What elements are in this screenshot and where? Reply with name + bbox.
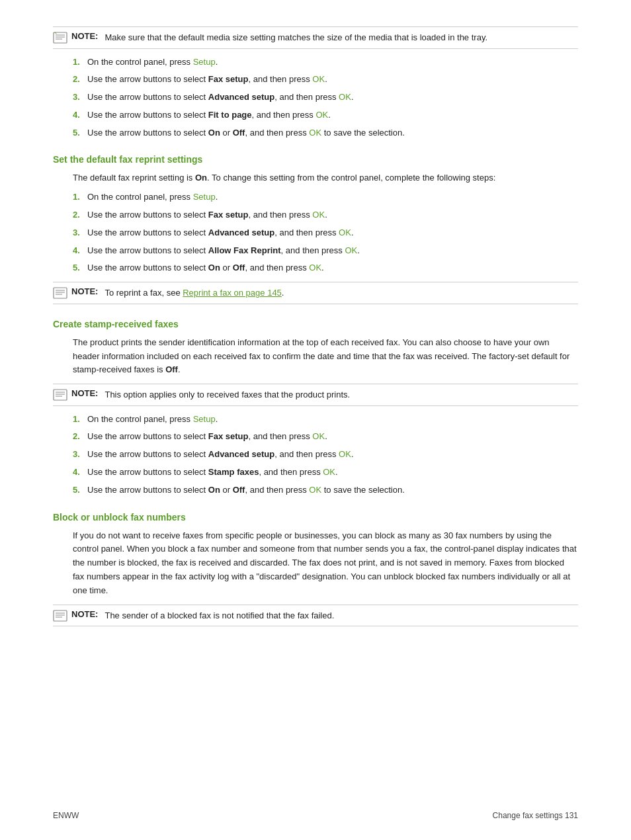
s1-step-3: 3. Use the arrow buttons to select Advan… [73,226,578,240]
page-footer: ENWW Change fax settings 131 [53,811,578,820]
step-num: 1. [73,413,87,427]
s1-step-2: 2. Use the arrow buttons to select Fax s… [73,208,578,222]
top-steps-list: 1. On the control panel, press Setup. 2.… [73,56,578,140]
step-text: Use the arrow buttons to select Fit to p… [87,108,578,122]
note-icon [53,389,67,401]
top-step-1: 1. On the control panel, press Setup. [73,56,578,69]
section1-steps: 1. On the control panel, press Setup. 2.… [73,190,578,275]
step-text: Use the arrow buttons to select Fax setu… [87,430,578,444]
s2-step-2: 2. Use the arrow buttons to select Fax s… [73,430,578,444]
s1-step-4: 4. Use the arrow buttons to select Allow… [73,244,578,258]
step-num: 5. [73,483,87,497]
step-text: On the control panel, press Setup. [87,56,578,69]
s2-step-3: 3. Use the arrow buttons to select Advan… [73,448,578,462]
step-num: 3. [73,91,87,105]
reprint-fax-link[interactable]: Reprint a fax on page 145 [183,288,282,298]
step-num: 4. [73,466,87,480]
s2-step-1: 1. On the control panel, press Setup. [73,413,578,427]
setup-keyword: Setup [193,57,216,67]
top-note-label: NOTE: [71,31,98,41]
step-num: 2. [73,208,87,222]
top-step-5: 5. Use the arrow buttons to select On or… [73,126,578,140]
section2-note-label: NOTE: [71,388,98,398]
top-step-2: 2. Use the arrow buttons to select Fax s… [73,73,578,87]
note-icon [53,610,67,622]
step-text: Use the arrow buttons to select Advanced… [87,226,578,240]
step-text: Use the arrow buttons to select Allow Fa… [87,244,578,258]
step-num: 1. [73,190,87,204]
note-icon: ✎ [53,32,67,44]
s2-step-5: 5. Use the arrow buttons to select On or… [73,483,578,497]
section1-heading: Set the default fax reprint settings [53,154,578,165]
step-num: 4. [73,108,87,122]
step-text: On the control panel, press Setup. [87,190,578,204]
step-text: Use the arrow buttons to select Advanced… [87,91,578,105]
section3-note-label: NOTE: [71,609,98,619]
step-num: 5. [73,261,87,275]
section3-note-box: NOTE: The sender of a blocked fax is not… [53,605,578,627]
step-num: 5. [73,126,87,140]
s1-step-1: 1. On the control panel, press Setup. [73,190,578,204]
section2: Create stamp-received faxes The product … [53,319,578,497]
svg-rect-5 [54,288,67,298]
section2-note-box: NOTE: This option applies only to receiv… [53,384,578,406]
section3-heading: Block or unblock fax numbers [53,512,578,523]
section3-body: If you do not want to receive faxes from… [73,529,578,598]
step-text: Use the arrow buttons to select On or Of… [87,483,578,497]
step-num: 2. [73,73,87,87]
section1-note-label: NOTE: [71,286,98,296]
footer-right: Change fax settings 131 [493,811,578,820]
footer-left: ENWW [53,811,79,820]
step-text: Use the arrow buttons to select Fax setu… [87,208,578,222]
step-num: 1. [73,56,87,69]
section2-note-text: This option applies only to received fax… [105,388,350,401]
svg-text:✎: ✎ [54,32,57,35]
step-text: Use the arrow buttons to select On or Of… [87,126,578,140]
top-step-4: 4. Use the arrow buttons to select Fit t… [73,108,578,122]
section1-body: The default fax reprint setting is On. T… [73,171,578,185]
section2-heading: Create stamp-received faxes [53,319,578,329]
step-text: Use the arrow buttons to select Stamp fa… [87,466,578,480]
s2-step-4: 4. Use the arrow buttons to select Stamp… [73,466,578,480]
section1: Set the default fax reprint settings The… [53,154,578,304]
section3-note-text: The sender of a blocked fax is not notif… [105,609,334,622]
step-num: 4. [73,244,87,258]
step-text: Use the arrow buttons to select On or Of… [87,261,578,275]
svg-rect-13 [54,610,67,621]
step-text: Use the arrow buttons to select Advanced… [87,448,578,462]
step-num: 3. [73,448,87,462]
step-num: 3. [73,226,87,240]
top-note-box: ✎ NOTE: Make sure that the default media… [53,26,578,49]
section3: Block or unblock fax numbers If you do n… [53,512,578,626]
top-step-3: 3. Use the arrow buttons to select Advan… [73,91,578,105]
s1-step-5: 5. Use the arrow buttons to select On or… [73,261,578,275]
svg-rect-9 [54,390,67,400]
step-text: Use the arrow buttons to select Fax setu… [87,73,578,87]
top-note-text: Make sure that the default media size se… [105,31,487,44]
step-num: 2. [73,430,87,444]
section1-note-text: To reprint a fax, see Reprint a fax on p… [105,286,284,300]
step-text: On the control panel, press Setup. [87,413,578,427]
section1-note-box: NOTE: To reprint a fax, see Reprint a fa… [53,282,578,304]
section2-body: The product prints the sender identifica… [73,336,578,377]
section2-steps: 1. On the control panel, press Setup. 2.… [73,413,578,497]
note-icon [53,287,67,299]
